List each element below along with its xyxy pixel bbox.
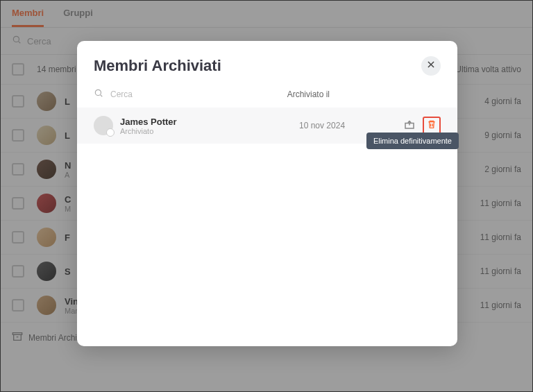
trash-icon: [426, 119, 437, 133]
archived-date: 10 nov 2024: [299, 121, 403, 130]
archived-member-name: James Potter: [120, 117, 299, 127]
modal-search-row: Archiviato il: [94, 76, 441, 108]
svg-point-4: [95, 90, 101, 95]
unarchive-button[interactable]: [403, 118, 416, 133]
svg-line-5: [101, 95, 103, 97]
archived-members-modal: Membri Archiviati Archiviato il James Po…: [77, 41, 457, 346]
modal-title: Membri Archiviati: [94, 57, 221, 75]
modal-search-input[interactable]: [110, 90, 280, 99]
close-icon: [426, 60, 436, 72]
delete-tooltip: Elimina definitivamente: [366, 133, 459, 149]
avatar: [94, 116, 113, 135]
archived-row[interactable]: James Potter Archiviato 10 nov 2024 Elim…: [77, 108, 457, 144]
search-icon: [94, 88, 103, 101]
column-archived-on: Archiviato il: [287, 90, 330, 99]
archived-status: Archiviato: [120, 127, 299, 135]
close-button[interactable]: [421, 56, 441, 76]
